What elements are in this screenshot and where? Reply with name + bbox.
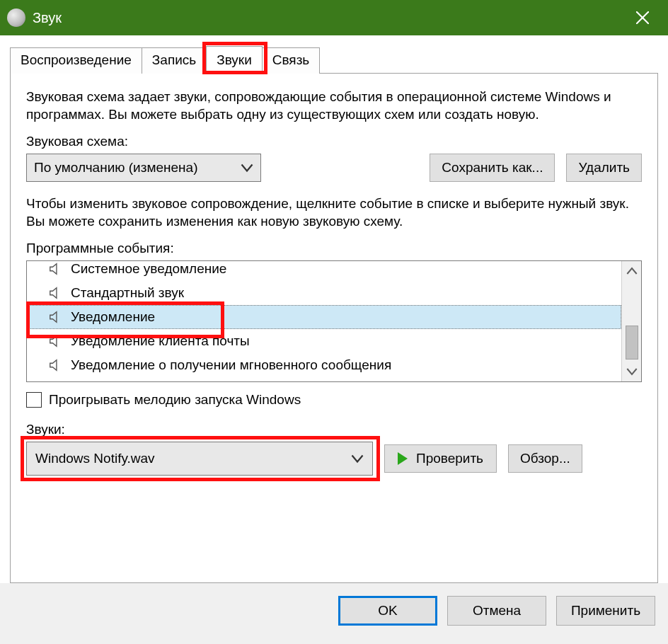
list-item-label: Уведомление о получении мгновенного сооб… (71, 357, 391, 373)
speaker-icon (48, 333, 64, 349)
tab-communications[interactable]: Связь (262, 47, 321, 74)
list-item[interactable]: Системное уведомление (27, 260, 621, 281)
close-button[interactable] (621, 0, 664, 35)
speaker-icon (48, 309, 64, 325)
list-item-label: Системное уведомление (71, 261, 226, 277)
ok-button[interactable]: OK (338, 596, 437, 626)
sound-dialog-window: Звук Воспроизведение Запись Звуки Связь … (0, 0, 668, 644)
titlebar: Звук (0, 0, 668, 35)
events-label: Программные события: (26, 241, 642, 256)
scheme-description: Звуковая схема задает звуки, сопровождаю… (26, 88, 642, 124)
cancel-button[interactable]: Отмена (447, 596, 546, 626)
test-button-label: Проверить (416, 451, 483, 466)
chevron-down-icon (351, 452, 364, 465)
test-button[interactable]: Проверить (384, 444, 497, 473)
scheme-combobox[interactable]: По умолчанию (изменена) (26, 154, 261, 182)
sounds-label: Звуки: (26, 422, 642, 437)
startup-sound-label: Проигрывать мелодию запуска Windows (49, 392, 301, 408)
delete-button[interactable]: Удалить (566, 154, 642, 182)
startup-sound-row: Проигрывать мелодию запуска Windows (26, 392, 642, 408)
sound-combobox-value: Windows Notify.wav (35, 451, 155, 466)
chevron-down-icon (241, 161, 253, 174)
scroll-down-icon (626, 366, 638, 377)
scheme-label: Звуковая схема: (26, 134, 642, 149)
tab-record[interactable]: Запись (142, 47, 207, 74)
list-item-label: Уведомление клиента почты (71, 333, 250, 349)
startup-sound-checkbox[interactable] (26, 392, 42, 408)
list-item[interactable]: Уведомление о получении почты (27, 377, 621, 382)
tab-strip: Воспроизведение Запись Звуки Связь (10, 46, 658, 74)
speaker-icon (48, 261, 64, 277)
titlebar-left: Звук (7, 8, 62, 27)
window-title: Звук (33, 10, 62, 26)
scroll-thumb[interactable] (626, 326, 638, 360)
list-item-selected[interactable]: Уведомление (27, 305, 621, 329)
scrollbar-vertical[interactable] (621, 261, 641, 381)
dialog-button-bar: OK Отмена Применить (0, 583, 668, 644)
speaker-icon (48, 381, 64, 382)
list-item-label: Уведомление о получении почты (71, 381, 277, 382)
browse-button[interactable]: Обзор... (508, 444, 582, 473)
speaker-app-icon (7, 8, 25, 27)
speaker-icon (48, 357, 64, 373)
events-listbox[interactable]: Системное уведомление Стандартный звук У… (26, 260, 642, 382)
tab-playback[interactable]: Воспроизведение (10, 47, 142, 74)
scheme-combobox-value: По умолчанию (изменена) (34, 160, 198, 176)
close-icon (636, 11, 649, 24)
speaker-icon (48, 285, 64, 301)
play-icon (398, 452, 408, 465)
client-area: Воспроизведение Запись Звуки Связь Звуко… (0, 35, 668, 583)
tab-sounds[interactable]: Звуки (206, 46, 263, 74)
list-item[interactable]: Уведомление о получении мгновенного сооб… (27, 353, 621, 377)
save-as-button[interactable]: Сохранить как... (430, 154, 555, 182)
events-listbox-wrap: Системное уведомление Стандартный звук У… (26, 260, 642, 382)
scheme-row: По умолчанию (изменена) Сохранить как...… (26, 154, 642, 182)
apply-button[interactable]: Применить (556, 596, 655, 626)
scroll-up-icon (626, 265, 638, 277)
list-item-label: Стандартный звук (71, 285, 184, 301)
list-item-label: Уведомление (71, 309, 155, 325)
tab-page-sounds: Звуковая схема задает звуки, сопровождаю… (10, 73, 658, 583)
list-item[interactable]: Уведомление клиента почты (27, 329, 621, 353)
list-item[interactable]: Стандартный звук (27, 281, 621, 305)
sound-combobox[interactable]: Windows Notify.wav (26, 442, 373, 476)
events-description: Чтобы изменить звуковое сопровождение, щ… (26, 195, 642, 231)
events-list-inner: Системное уведомление Стандартный звук У… (27, 260, 621, 381)
sounds-row: Windows Notify.wav Проверить Обзор... (26, 442, 642, 476)
